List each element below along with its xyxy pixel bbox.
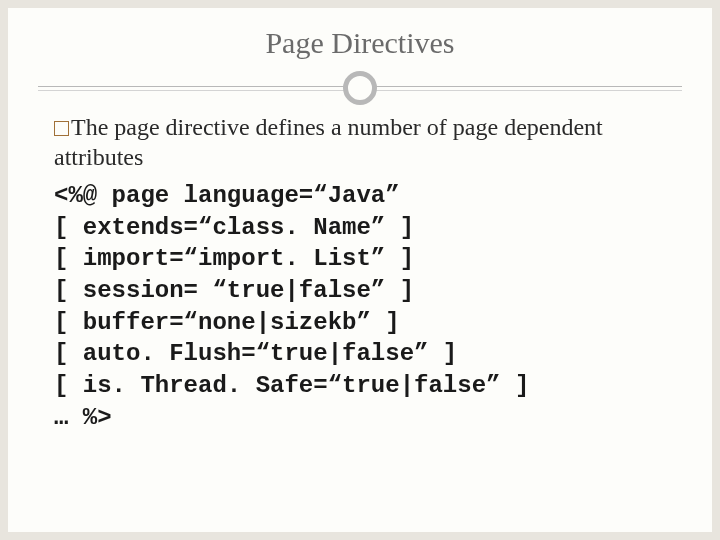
- divider: [8, 70, 712, 106]
- code-line: … %>: [54, 404, 112, 431]
- content-area: The page directive defines a number of p…: [8, 112, 712, 433]
- code-line: [ is. Thread. Safe=“true|false” ]: [54, 372, 529, 399]
- slide: Page Directives The page directive defin…: [8, 8, 712, 532]
- code-line: [ extends=“class. Name” ]: [54, 214, 414, 241]
- code-line: [ import=“import. List” ]: [54, 245, 414, 272]
- bullet-icon: [54, 121, 69, 136]
- divider-circle-icon: [343, 71, 377, 105]
- intro-text: The page directive defines a number of p…: [54, 114, 603, 170]
- code-line: [ auto. Flush=“true|false” ]: [54, 340, 457, 367]
- slide-title: Page Directives: [8, 8, 712, 70]
- code-line: <%@ page language=“Java”: [54, 182, 400, 209]
- intro-paragraph: The page directive defines a number of p…: [54, 112, 672, 172]
- code-block: <%@ page language=“Java” [ extends=“clas…: [54, 180, 672, 433]
- code-line: [ buffer=“none|sizekb” ]: [54, 309, 400, 336]
- code-line: [ session= “true|false” ]: [54, 277, 414, 304]
